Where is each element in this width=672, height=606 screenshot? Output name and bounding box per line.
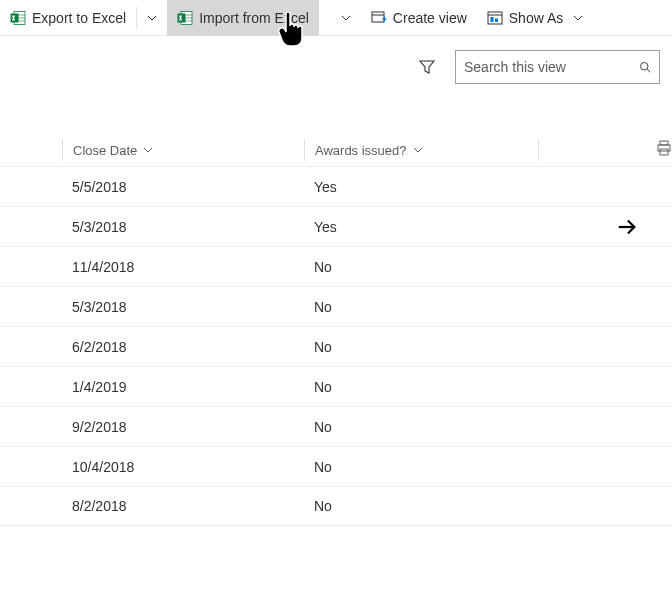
data-grid: Close Date Awards issued? 5/5/2018Yes5/3… (0, 134, 672, 526)
chevron-down-icon (341, 13, 351, 23)
create-view-icon (371, 10, 387, 26)
search-input[interactable] (464, 59, 639, 75)
search-row (0, 36, 672, 84)
arrow-right-icon[interactable] (616, 216, 638, 238)
search-box[interactable] (455, 50, 660, 84)
import-dropdown[interactable] (331, 0, 361, 36)
search-icon (639, 59, 651, 75)
cell-close-date: 11/4/2018 (72, 259, 314, 275)
table-row[interactable]: 8/2/2018No (0, 486, 672, 526)
show-as-icon (487, 10, 503, 26)
svg-rect-20 (660, 149, 668, 155)
column-header-awards[interactable]: Awards issued? (304, 139, 538, 161)
chevron-down-icon (147, 13, 157, 23)
cell-close-date: 10/4/2018 (72, 459, 314, 475)
table-body: 5/5/2018Yes5/3/2018Yes11/4/2018No5/3/201… (0, 166, 672, 526)
show-as-button[interactable]: Show As (477, 0, 593, 36)
cell-awards: No (314, 419, 548, 435)
cell-awards: No (314, 379, 548, 395)
svg-rect-12 (488, 12, 502, 24)
cell-close-date: 8/2/2018 (72, 498, 314, 514)
filter-button[interactable] (411, 51, 443, 83)
table-row[interactable]: 11/4/2018No (0, 246, 672, 286)
create-view-button[interactable]: Create view (361, 0, 477, 36)
cell-awards: Yes (314, 179, 548, 195)
column-header-close-date[interactable]: Close Date (62, 139, 304, 161)
chevron-down-icon (143, 145, 153, 155)
excel-icon (10, 10, 26, 26)
cell-awards: No (314, 459, 548, 475)
cell-close-date: 9/2/2018 (72, 419, 314, 435)
print-icon[interactable] (656, 139, 672, 157)
cell-close-date: 5/3/2018 (72, 219, 314, 235)
import-label: Import from Excel (199, 10, 309, 26)
column-label: Awards issued? (315, 143, 407, 158)
table-row[interactable]: 5/5/2018Yes (0, 166, 672, 206)
table-row[interactable]: 5/3/2018Yes (0, 206, 672, 246)
import-from-excel-button[interactable]: Import from Excel (167, 0, 319, 36)
table-row[interactable]: 10/4/2018No (0, 446, 672, 486)
table-row[interactable]: 1/4/2019No (0, 366, 672, 406)
svg-rect-10 (372, 12, 384, 22)
table-header: Close Date Awards issued? (0, 134, 672, 166)
export-dropdown[interactable] (137, 0, 167, 36)
table-row[interactable]: 9/2/2018No (0, 406, 672, 446)
cell-awards: No (314, 498, 548, 514)
show-as-label: Show As (509, 10, 563, 26)
create-view-label: Create view (393, 10, 467, 26)
cell-awards: No (314, 339, 548, 355)
svg-rect-4 (11, 13, 19, 22)
cell-close-date: 6/2/2018 (72, 339, 314, 355)
excel-icon (177, 10, 193, 26)
chevron-down-icon (573, 13, 583, 23)
svg-rect-14 (490, 17, 493, 22)
column-header-actions (538, 139, 634, 161)
cell-close-date: 5/3/2018 (72, 299, 314, 315)
export-label: Export to Excel (32, 10, 126, 26)
command-bar: Export to Excel Import from Excel Create… (0, 0, 672, 36)
column-label: Close Date (73, 143, 137, 158)
table-row[interactable]: 5/3/2018No (0, 286, 672, 326)
chevron-down-icon (413, 145, 423, 155)
svg-rect-18 (660, 141, 668, 145)
funnel-icon (419, 59, 435, 75)
cell-close-date: 1/4/2019 (72, 379, 314, 395)
cell-awards: No (314, 299, 548, 315)
svg-rect-15 (495, 18, 498, 22)
svg-rect-9 (178, 13, 186, 22)
svg-point-16 (641, 63, 649, 71)
svg-line-17 (647, 69, 650, 72)
cell-action (548, 216, 644, 238)
cell-close-date: 5/5/2018 (72, 179, 314, 195)
cell-awards: Yes (314, 219, 548, 235)
export-to-excel-button[interactable]: Export to Excel (0, 0, 136, 36)
table-row[interactable]: 6/2/2018No (0, 326, 672, 366)
cell-awards: No (314, 259, 548, 275)
